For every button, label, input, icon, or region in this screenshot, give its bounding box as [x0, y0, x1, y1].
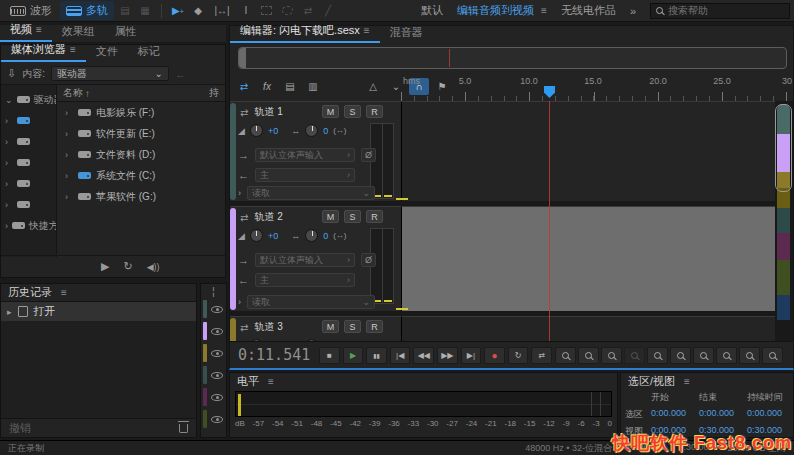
arm-record-button[interactable]: R	[366, 105, 383, 118]
lasso-tool-icon[interactable]	[282, 6, 293, 15]
workspace-default[interactable]: 默认	[421, 3, 443, 18]
selection-view-menu-icon[interactable]: ≡	[684, 376, 690, 387]
list-header[interactable]: 名称 ↑ 持	[57, 85, 225, 102]
ibeam-tool-icon[interactable]: I	[237, 5, 255, 16]
track-1-header[interactable]: ⇄轨道 1 M S R ◢ +0 ↔ 0 (↔) →	[230, 101, 401, 201]
solo-button[interactable]: S	[344, 210, 361, 223]
workspace-radio[interactable]: 无线电作品	[561, 3, 616, 18]
levels-menu-icon[interactable]: ≡	[268, 376, 274, 387]
track-1-name[interactable]: 轨道 1	[254, 105, 282, 119]
zoom-reset-button[interactable]	[647, 347, 668, 364]
eye-icon[interactable]	[211, 306, 223, 313]
rewind-button[interactable]: ◀◀	[413, 347, 434, 364]
fast-forward-button[interactable]: ▶▶	[437, 347, 458, 364]
eye-icon[interactable]	[211, 416, 223, 423]
list-item[interactable]: ›电影娱乐 (F:)	[57, 102, 225, 123]
pause-button[interactable]: ▮▮	[366, 347, 387, 364]
spectral-display-icon[interactable]: ▤	[116, 5, 134, 16]
list-item[interactable]: ›苹果软件 (G:)	[57, 186, 225, 207]
mute-button[interactable]: M	[322, 210, 339, 223]
time-selection-tool-icon[interactable]: |↔|	[209, 5, 235, 16]
visibility-row[interactable]	[201, 386, 226, 408]
skip-forward-button[interactable]: ▶|	[461, 347, 482, 364]
metronome-icon[interactable]: △	[363, 78, 383, 95]
level-meter[interactable]	[235, 391, 612, 417]
visibility-row[interactable]	[201, 364, 226, 386]
visibility-row[interactable]	[201, 342, 226, 364]
selection-end-value[interactable]: 0:00.000	[699, 408, 747, 421]
strip-menu-icon[interactable]: ¦	[201, 284, 226, 298]
volume-knob[interactable]	[250, 229, 263, 242]
help-search-box[interactable]	[650, 3, 790, 19]
output-selector[interactable]: 主›	[255, 168, 355, 182]
zoom-timer-button[interactable]	[739, 347, 760, 364]
play-button[interactable]: ▶	[343, 347, 364, 364]
tree-root-drives[interactable]: ⌄驱动器	[1, 89, 56, 110]
track-2-name[interactable]: 轨道 2	[254, 210, 282, 224]
output-selector[interactable]: 主›	[255, 273, 355, 287]
tab-media-browser[interactable]: 媒体浏览器≡	[1, 40, 86, 62]
visibility-row[interactable]	[201, 298, 226, 320]
pan-knob[interactable]	[305, 229, 318, 242]
zoom-in-horizontal-button[interactable]	[670, 347, 691, 364]
zoom-out-point-button[interactable]	[578, 347, 599, 364]
automation-expand-icon[interactable]: ›	[238, 297, 241, 307]
track-2-content[interactable]	[401, 206, 775, 311]
tab-markers[interactable]: 标记	[128, 42, 170, 62]
mute-button[interactable]: M	[322, 105, 339, 118]
tab-video[interactable]: 视频≡	[0, 20, 52, 42]
workspace-edit-audio-to-video[interactable]: 编辑音频到视频 ≡	[457, 3, 547, 18]
loop-playback-button[interactable]: ↻	[508, 347, 529, 364]
arm-record-button[interactable]: R	[366, 210, 383, 223]
automation-mode-selector[interactable]: 读取⌄	[247, 295, 375, 309]
volume-knob[interactable]	[250, 124, 263, 137]
waveform-view-button[interactable]: 波形	[4, 1, 58, 20]
eye-icon[interactable]	[211, 328, 223, 335]
track-3-content[interactable]	[401, 316, 775, 341]
workspace-menu-icon[interactable]: ≡	[541, 5, 547, 16]
volume-value[interactable]: +0	[268, 231, 278, 241]
list-item[interactable]: ›文件资料 (D:)	[57, 144, 225, 165]
automation-mode-selector[interactable]: 读取⌄	[247, 186, 375, 200]
meter-bars-icon[interactable]: ▥	[303, 78, 323, 95]
search-input[interactable]	[668, 5, 778, 16]
slip-tool-icon[interactable]: ⇄	[299, 5, 317, 16]
stop-button[interactable]: ■	[319, 347, 340, 364]
phase-button[interactable]: Ø	[361, 148, 376, 162]
tab-editor-session[interactable]: 编辑器: 闪电下载吧.sesx≡	[230, 21, 380, 43]
back-arrow-icon[interactable]: ←	[175, 68, 186, 80]
eye-icon[interactable]	[211, 394, 223, 401]
phase-button[interactable]: Ø	[361, 253, 376, 267]
track-3-color-strip[interactable]	[230, 318, 236, 341]
marquee-tool-icon[interactable]	[261, 6, 272, 15]
track-2-header[interactable]: ⇄轨道 2 M S R ◢ +0 ↔ 0 (↔) →	[230, 206, 401, 311]
volume-value[interactable]: +0	[268, 126, 278, 136]
tree-drive-d[interactable]: ›	[1, 152, 56, 173]
workspace-overflow-chevron[interactable]: »	[630, 5, 636, 17]
move-clips-icon[interactable]: ⇄	[234, 78, 254, 95]
pan-value[interactable]: 0	[323, 231, 328, 241]
ruler-unit-label[interactable]: hms	[403, 76, 420, 86]
pen-tool-icon[interactable]: ╱	[319, 5, 337, 16]
pitch-display-icon[interactable]: ▦	[136, 5, 154, 16]
name-column-header[interactable]: 名称	[63, 86, 83, 100]
history-item-open[interactable]: ▸ 打开	[1, 302, 196, 321]
razor-tool-icon[interactable]: ◆	[189, 5, 207, 16]
arm-record-button[interactable]: R	[366, 320, 383, 333]
zoom-out-horizontal-button[interactable]	[693, 347, 714, 364]
editor-menu-icon[interactable]: ≡	[364, 25, 370, 36]
selection-start-value[interactable]: 0:00.000	[651, 408, 699, 421]
video-panel-menu-icon[interactable]: ≡	[36, 24, 42, 35]
duration-column-header[interactable]: 持	[209, 86, 219, 100]
list-item[interactable]: ›系统文件 (C:)	[57, 165, 225, 186]
solo-button[interactable]: S	[344, 320, 361, 333]
scrollbar-thumb[interactable]	[775, 104, 792, 192]
fx-icon[interactable]: fx	[257, 78, 277, 95]
preview-play-icon[interactable]: ▶	[101, 260, 109, 273]
skip-selection-button[interactable]: ⇄	[531, 347, 552, 364]
visibility-row[interactable]	[201, 320, 226, 342]
track-3-name[interactable]: 轨道 3	[254, 320, 282, 334]
import-icon[interactable]: ⇩	[7, 67, 16, 80]
move-tool-icon[interactable]: ▶+	[169, 5, 187, 16]
visibility-row[interactable]	[201, 408, 226, 430]
